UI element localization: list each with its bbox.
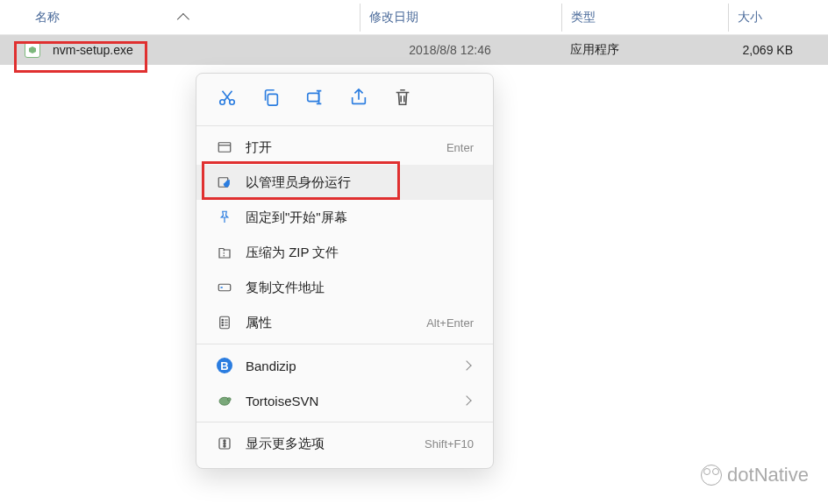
bandizip-icon: B: [216, 357, 233, 374]
copy-icon[interactable]: [261, 88, 281, 110]
file-size: 2,069 KB: [742, 43, 793, 57]
chevron-right-icon: [461, 360, 471, 370]
column-name-label: 名称: [35, 10, 60, 25]
chevron-right-icon: [461, 395, 471, 405]
svg-rect-4: [218, 143, 231, 153]
zip-icon: [216, 244, 233, 261]
svg-point-9: [222, 322, 224, 323]
menu-item-open[interactable]: 打开 Enter: [196, 130, 493, 165]
sort-ascending-icon: [177, 13, 189, 25]
file-modified: 2018/8/8 12:46: [409, 43, 490, 57]
menu-item-copy-path[interactable]: 复制文件地址: [196, 270, 493, 305]
context-menu: 打开 Enter 以管理员身份运行 固定到"开始"屏幕 压缩为 ZIP 文件 复…: [196, 73, 494, 469]
menu-item-run-as-admin[interactable]: 以管理员身份运行: [196, 165, 493, 200]
svg-point-8: [222, 319, 224, 321]
shield-icon: [216, 174, 233, 191]
exe-file-icon: [25, 42, 40, 58]
svg-rect-6: [218, 284, 231, 291]
separator: [196, 422, 493, 422]
pin-icon: [216, 209, 233, 226]
column-header-modified[interactable]: 修改日期: [360, 4, 561, 32]
column-header-name[interactable]: 名称: [35, 10, 360, 25]
svg-point-10: [222, 324, 224, 326]
separator: [196, 344, 493, 344]
rename-icon[interactable]: [305, 88, 325, 110]
watermark: dotNative: [701, 464, 809, 486]
tortoisesvn-icon: [216, 392, 233, 409]
svg-point-12: [227, 398, 231, 401]
column-header-row: 名称 修改日期 类型 大小: [0, 0, 828, 35]
column-header-size[interactable]: 大小: [728, 4, 828, 32]
watermark-text: dotNative: [727, 464, 809, 486]
wechat-icon: [701, 465, 722, 486]
open-icon: [216, 138, 233, 156]
delete-icon[interactable]: [393, 88, 412, 110]
context-menu-toolbar: [196, 81, 493, 122]
svg-point-15: [224, 440, 225, 442]
menu-item-show-more[interactable]: 显示更多选项 Shift+F10: [196, 426, 493, 461]
file-name: nvm-setup.exe: [53, 43, 133, 57]
properties-icon: [216, 314, 233, 331]
column-header-type[interactable]: 类型: [561, 4, 728, 32]
cut-icon[interactable]: [218, 88, 237, 110]
svg-point-0: [220, 100, 225, 105]
svg-point-14: [224, 443, 225, 444]
menu-item-compress-zip[interactable]: 压缩为 ZIP 文件: [196, 235, 493, 270]
copy-path-icon: [216, 279, 233, 296]
svg-point-1: [230, 100, 235, 105]
svg-point-16: [224, 445, 225, 447]
file-type: 应用程序: [570, 42, 619, 58]
share-icon[interactable]: [349, 88, 368, 110]
menu-item-tortoisesvn[interactable]: TortoiseSVN: [196, 383, 493, 418]
separator: [196, 125, 493, 126]
svg-rect-3: [308, 93, 319, 101]
file-row[interactable]: nvm-setup.exe 2018/8/8 12:46 应用程序 2,069 …: [0, 35, 828, 65]
menu-item-pin-to-start[interactable]: 固定到"开始"屏幕: [196, 200, 493, 235]
menu-item-properties[interactable]: 属性 Alt+Enter: [196, 305, 493, 340]
svg-rect-2: [268, 94, 277, 105]
more-options-icon: [216, 435, 233, 452]
menu-item-bandizip[interactable]: B Bandizip: [196, 348, 493, 383]
